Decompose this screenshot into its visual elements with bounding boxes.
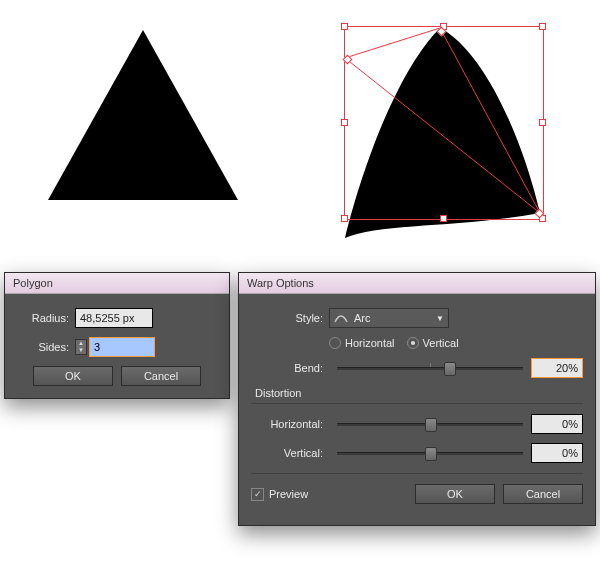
- bend-label: Bend:: [251, 362, 323, 374]
- polygon-triangle: [48, 30, 238, 200]
- bbox-handle[interactable]: [341, 23, 348, 30]
- radius-label: Radius:: [17, 312, 69, 324]
- dv-label: Vertical:: [251, 447, 323, 459]
- horizontal-radio[interactable]: Horizontal: [329, 337, 395, 349]
- style-dropdown[interactable]: Arc ▼: [329, 308, 449, 328]
- style-value: Arc: [354, 312, 371, 324]
- radius-input[interactable]: 48,5255 px: [75, 308, 153, 328]
- bbox-handle[interactable]: [440, 215, 447, 222]
- ok-button[interactable]: OK: [33, 366, 113, 386]
- bounding-box[interactable]: [344, 26, 544, 220]
- cancel-button[interactable]: Cancel: [121, 366, 201, 386]
- style-label: Style:: [251, 312, 323, 324]
- preview-label: Preview: [269, 488, 308, 500]
- sides-label: Sides:: [17, 341, 69, 353]
- dh-slider[interactable]: [337, 417, 523, 431]
- arc-icon: [334, 313, 348, 323]
- bbox-handle[interactable]: [539, 119, 546, 126]
- canvas-area: [0, 0, 600, 260]
- dh-value[interactable]: 0%: [531, 414, 583, 434]
- polygon-title: Polygon: [5, 273, 229, 294]
- sides-input[interactable]: 3: [89, 337, 155, 357]
- chevron-down-icon: ▼: [436, 314, 444, 323]
- dh-label: Horizontal:: [251, 418, 323, 430]
- dv-value[interactable]: 0%: [531, 443, 583, 463]
- vertical-radio[interactable]: Vertical: [407, 337, 459, 349]
- bbox-handle[interactable]: [341, 119, 348, 126]
- warp-dialog: Warp Options Style: Arc ▼ Horizontal Ver…: [238, 272, 596, 526]
- warp-title: Warp Options: [239, 273, 595, 294]
- bend-value[interactable]: 20%: [531, 358, 583, 378]
- dv-slider[interactable]: [337, 446, 523, 460]
- bbox-handle[interactable]: [341, 215, 348, 222]
- polygon-dialog: Polygon Radius: 48,5255 px Sides: ▲▼ 3 O…: [4, 272, 230, 399]
- distortion-heading: Distortion: [255, 387, 583, 399]
- cancel-button[interactable]: Cancel: [503, 484, 583, 504]
- bbox-handle[interactable]: [539, 23, 546, 30]
- sides-spinner[interactable]: ▲▼: [75, 339, 87, 355]
- bend-slider[interactable]: [337, 361, 523, 375]
- preview-checkbox[interactable]: ✓: [251, 488, 264, 501]
- ok-button[interactable]: OK: [415, 484, 495, 504]
